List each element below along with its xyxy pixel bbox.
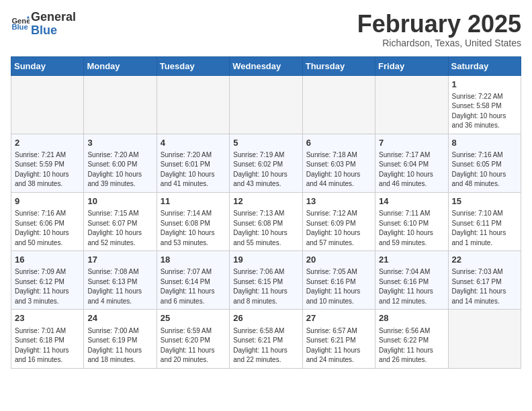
day-info: Sunrise: 7:20 AM Sunset: 6:00 PM Dayligh…: [87, 150, 152, 189]
calendar-cell: 27Sunrise: 6:57 AM Sunset: 6:21 PM Dayli…: [302, 310, 375, 368]
calendar-cell: 9Sunrise: 7:16 AM Sunset: 6:06 PM Daylig…: [11, 192, 84, 250]
day-info: Sunrise: 7:06 AM Sunset: 6:15 PM Dayligh…: [233, 267, 298, 306]
day-number: 9: [15, 195, 80, 208]
calendar-cell: 7Sunrise: 7:17 AM Sunset: 6:04 PM Daylig…: [375, 134, 448, 192]
calendar-cell: [375, 75, 448, 134]
day-number: 21: [379, 254, 444, 266]
day-number: 22: [452, 254, 517, 266]
calendar-cell: [84, 75, 157, 134]
calendar-cell: 28Sunrise: 6:56 AM Sunset: 6:22 PM Dayli…: [375, 310, 448, 368]
logo-text: General Blue: [31, 11, 76, 38]
day-info: Sunrise: 6:57 AM Sunset: 6:21 PM Dayligh…: [306, 326, 371, 365]
day-info: Sunrise: 7:21 AM Sunset: 5:59 PM Dayligh…: [15, 150, 80, 189]
day-number: 3: [87, 137, 152, 149]
day-number: 24: [87, 312, 152, 324]
weekday-header-saturday: Saturday: [448, 56, 521, 75]
day-number: 4: [161, 137, 226, 149]
day-info: Sunrise: 7:05 AM Sunset: 6:16 PM Dayligh…: [306, 267, 371, 306]
day-info: Sunrise: 7:00 AM Sunset: 6:19 PM Dayligh…: [87, 326, 152, 365]
day-number: 7: [379, 137, 444, 149]
day-info: Sunrise: 7:20 AM Sunset: 6:01 PM Dayligh…: [161, 150, 226, 189]
calendar-cell: 26Sunrise: 6:58 AM Sunset: 6:21 PM Dayli…: [230, 310, 302, 368]
day-info: Sunrise: 7:10 AM Sunset: 6:11 PM Dayligh…: [452, 209, 517, 248]
calendar-cell: 5Sunrise: 7:19 AM Sunset: 6:02 PM Daylig…: [230, 134, 302, 192]
day-info: Sunrise: 6:56 AM Sunset: 6:22 PM Dayligh…: [379, 326, 444, 365]
calendar-cell: [157, 75, 229, 134]
calendar-cell: 10Sunrise: 7:15 AM Sunset: 6:07 PM Dayli…: [84, 192, 157, 250]
day-number: 17: [87, 254, 152, 266]
calendar-cell: 19Sunrise: 7:06 AM Sunset: 6:15 PM Dayli…: [230, 251, 302, 310]
calendar-table: SundayMondayTuesdayWednesdayThursdayFrid…: [11, 56, 521, 369]
day-number: 14: [379, 195, 444, 208]
day-number: 8: [452, 137, 517, 149]
day-info: Sunrise: 7:18 AM Sunset: 6:03 PM Dayligh…: [306, 150, 371, 189]
calendar-cell: 16Sunrise: 7:09 AM Sunset: 6:12 PM Dayli…: [11, 251, 84, 310]
day-info: Sunrise: 7:14 AM Sunset: 6:08 PM Dayligh…: [161, 209, 226, 248]
day-number: 19: [233, 254, 298, 266]
day-number: 27: [306, 312, 371, 324]
day-info: Sunrise: 7:07 AM Sunset: 6:14 PM Dayligh…: [161, 267, 226, 306]
calendar-cell: 21Sunrise: 7:04 AM Sunset: 6:16 PM Dayli…: [375, 251, 448, 310]
calendar-cell: 25Sunrise: 6:59 AM Sunset: 6:20 PM Dayli…: [157, 310, 229, 368]
day-number: 13: [306, 195, 371, 208]
logo: General Blue General Blue: [11, 11, 76, 38]
calendar-cell: 22Sunrise: 7:03 AM Sunset: 6:17 PM Dayli…: [448, 251, 521, 310]
day-info: Sunrise: 7:16 AM Sunset: 6:06 PM Dayligh…: [15, 209, 80, 248]
svg-text:Blue: Blue: [11, 23, 28, 31]
day-info: Sunrise: 7:15 AM Sunset: 6:07 PM Dayligh…: [87, 209, 152, 248]
calendar-cell: 2Sunrise: 7:21 AM Sunset: 5:59 PM Daylig…: [11, 134, 84, 192]
calendar-cell: 13Sunrise: 7:12 AM Sunset: 6:09 PM Dayli…: [302, 192, 375, 250]
day-number: 2: [15, 137, 80, 149]
week-row-1: 1Sunrise: 7:22 AM Sunset: 5:58 PM Daylig…: [11, 75, 521, 134]
day-info: Sunrise: 7:17 AM Sunset: 6:04 PM Dayligh…: [379, 150, 444, 189]
day-number: 16: [15, 254, 80, 266]
calendar-cell: [302, 75, 375, 134]
weekday-header-friday: Friday: [375, 56, 448, 75]
weekday-header-sunday: Sunday: [11, 56, 84, 75]
week-row-3: 9Sunrise: 7:16 AM Sunset: 6:06 PM Daylig…: [11, 192, 521, 250]
day-info: Sunrise: 7:09 AM Sunset: 6:12 PM Dayligh…: [15, 267, 80, 306]
day-info: Sunrise: 6:59 AM Sunset: 6:20 PM Dayligh…: [161, 326, 226, 365]
calendar-cell: 18Sunrise: 7:07 AM Sunset: 6:14 PM Dayli…: [157, 251, 229, 310]
page-header: General Blue General Blue February 2025 …: [11, 11, 521, 48]
weekday-header-monday: Monday: [84, 56, 157, 75]
day-number: 15: [452, 195, 517, 208]
day-number: 23: [15, 312, 80, 324]
calendar-cell: 12Sunrise: 7:13 AM Sunset: 6:08 PM Dayli…: [230, 192, 302, 250]
day-number: 6: [306, 137, 371, 149]
day-info: Sunrise: 7:13 AM Sunset: 6:08 PM Dayligh…: [233, 209, 298, 248]
calendar-cell: [230, 75, 302, 134]
day-number: 26: [233, 312, 298, 324]
logo-icon: General Blue: [11, 15, 30, 34]
day-info: Sunrise: 7:16 AM Sunset: 6:05 PM Dayligh…: [452, 150, 517, 189]
calendar-cell: 15Sunrise: 7:10 AM Sunset: 6:11 PM Dayli…: [448, 192, 521, 250]
calendar-cell: [448, 310, 521, 368]
calendar-cell: 14Sunrise: 7:11 AM Sunset: 6:10 PM Dayli…: [375, 192, 448, 250]
day-number: 1: [452, 79, 517, 91]
day-info: Sunrise: 7:08 AM Sunset: 6:13 PM Dayligh…: [87, 267, 152, 306]
calendar-cell: 24Sunrise: 7:00 AM Sunset: 6:19 PM Dayli…: [84, 310, 157, 368]
calendar-cell: 20Sunrise: 7:05 AM Sunset: 6:16 PM Dayli…: [302, 251, 375, 310]
calendar-cell: 6Sunrise: 7:18 AM Sunset: 6:03 PM Daylig…: [302, 134, 375, 192]
day-info: Sunrise: 7:03 AM Sunset: 6:17 PM Dayligh…: [452, 267, 517, 306]
weekday-header-row: SundayMondayTuesdayWednesdayThursdayFrid…: [11, 56, 521, 75]
calendar-cell: 23Sunrise: 7:01 AM Sunset: 6:18 PM Dayli…: [11, 310, 84, 368]
day-number: 20: [306, 254, 371, 266]
day-number: 10: [87, 195, 152, 208]
calendar-cell: 1Sunrise: 7:22 AM Sunset: 5:58 PM Daylig…: [448, 75, 521, 134]
day-info: Sunrise: 7:11 AM Sunset: 6:10 PM Dayligh…: [379, 209, 444, 248]
day-info: Sunrise: 7:22 AM Sunset: 5:58 PM Dayligh…: [452, 92, 517, 131]
calendar-cell: 11Sunrise: 7:14 AM Sunset: 6:08 PM Dayli…: [157, 192, 229, 250]
day-number: 12: [233, 195, 298, 208]
day-number: 18: [161, 254, 226, 266]
title-block: February 2025 Richardson, Texas, United …: [357, 11, 521, 48]
day-info: Sunrise: 6:58 AM Sunset: 6:21 PM Dayligh…: [233, 326, 298, 365]
day-number: 11: [161, 195, 226, 208]
weekday-header-thursday: Thursday: [302, 56, 375, 75]
week-row-4: 16Sunrise: 7:09 AM Sunset: 6:12 PM Dayli…: [11, 251, 521, 310]
day-info: Sunrise: 7:01 AM Sunset: 6:18 PM Dayligh…: [15, 326, 80, 365]
weekday-header-tuesday: Tuesday: [157, 56, 229, 75]
calendar-title: February 2025: [357, 11, 521, 38]
day-number: 28: [379, 312, 444, 324]
day-info: Sunrise: 7:12 AM Sunset: 6:09 PM Dayligh…: [306, 209, 371, 248]
